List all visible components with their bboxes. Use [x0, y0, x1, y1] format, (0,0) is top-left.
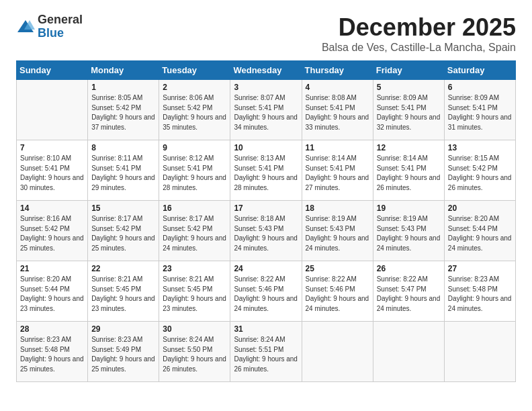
calendar-cell: 9Sunrise: 8:12 AM Sunset: 5:41 PM Daylig… [159, 140, 230, 201]
day-number: 25 [306, 264, 369, 273]
header-row: SundayMondayTuesdayWednesdayThursdayFrid… [17, 61, 516, 80]
calendar-cell: 20Sunrise: 8:20 AM Sunset: 5:44 PM Dayli… [444, 201, 515, 261]
header-day-monday: Monday [88, 61, 159, 80]
cell-info: Sunrise: 8:20 AM Sunset: 5:44 PM Dayligh… [448, 214, 512, 253]
cell-info: Sunrise: 8:08 AM Sunset: 5:41 PM Dayligh… [306, 93, 369, 132]
calendar-table: SundayMondayTuesdayWednesdayThursdayFrid… [16, 60, 516, 382]
calendar-cell: 26Sunrise: 8:22 AM Sunset: 5:47 PM Dayli… [373, 261, 444, 322]
cell-info: Sunrise: 8:13 AM Sunset: 5:41 PM Dayligh… [234, 154, 298, 193]
cell-info: Sunrise: 8:20 AM Sunset: 5:44 PM Dayligh… [20, 275, 84, 314]
cell-info: Sunrise: 8:07 AM Sunset: 5:41 PM Dayligh… [234, 93, 298, 132]
header-day-friday: Friday [373, 61, 444, 80]
cell-info: Sunrise: 8:21 AM Sunset: 5:45 PM Dayligh… [163, 275, 226, 314]
day-number: 31 [234, 324, 298, 334]
calendar-cell [444, 322, 515, 382]
calendar-body: 1Sunrise: 8:05 AM Sunset: 5:42 PM Daylig… [17, 80, 516, 382]
calendar-cell: 24Sunrise: 8:22 AM Sunset: 5:46 PM Dayli… [230, 261, 302, 322]
calendar-cell: 12Sunrise: 8:14 AM Sunset: 5:41 PM Dayli… [373, 140, 444, 201]
calendar-cell: 6Sunrise: 8:09 AM Sunset: 5:41 PM Daylig… [444, 80, 515, 140]
day-number: 22 [91, 264, 155, 273]
calendar-cell: 18Sunrise: 8:19 AM Sunset: 5:43 PM Dayli… [302, 201, 373, 261]
day-number: 19 [377, 203, 441, 213]
cell-info: Sunrise: 8:18 AM Sunset: 5:43 PM Dayligh… [234, 214, 298, 253]
cell-info: Sunrise: 8:09 AM Sunset: 5:41 PM Dayligh… [448, 93, 512, 132]
calendar-cell: 30Sunrise: 8:24 AM Sunset: 5:50 PM Dayli… [159, 322, 230, 382]
logo-icon [16, 17, 35, 36]
calendar-cell: 21Sunrise: 8:20 AM Sunset: 5:44 PM Dayli… [17, 261, 88, 322]
calendar-cell: 5Sunrise: 8:09 AM Sunset: 5:41 PM Daylig… [373, 80, 444, 140]
day-number: 17 [234, 203, 298, 213]
calendar-cell: 25Sunrise: 8:22 AM Sunset: 5:46 PM Dayli… [302, 261, 373, 322]
day-number: 16 [163, 203, 226, 213]
month-title: December 2025 [322, 13, 516, 42]
cell-info: Sunrise: 8:23 AM Sunset: 5:48 PM Dayligh… [448, 275, 512, 314]
day-number: 24 [234, 264, 298, 273]
cell-info: Sunrise: 8:05 AM Sunset: 5:42 PM Dayligh… [91, 93, 155, 132]
calendar-cell: 7Sunrise: 8:10 AM Sunset: 5:41 PM Daylig… [17, 140, 88, 201]
week-row: 1Sunrise: 8:05 AM Sunset: 5:42 PM Daylig… [17, 80, 516, 140]
cell-info: Sunrise: 8:16 AM Sunset: 5:42 PM Dayligh… [20, 214, 84, 253]
day-number: 2 [163, 83, 226, 92]
calendar-cell: 1Sunrise: 8:05 AM Sunset: 5:42 PM Daylig… [88, 80, 159, 140]
calendar-cell: 19Sunrise: 8:19 AM Sunset: 5:43 PM Dayli… [373, 201, 444, 261]
calendar-cell: 10Sunrise: 8:13 AM Sunset: 5:41 PM Dayli… [230, 140, 302, 201]
cell-info: Sunrise: 8:15 AM Sunset: 5:42 PM Dayligh… [448, 154, 512, 193]
day-number: 6 [448, 83, 512, 92]
cell-info: Sunrise: 8:19 AM Sunset: 5:43 PM Dayligh… [377, 214, 441, 253]
day-number: 5 [377, 83, 441, 92]
header-day-wednesday: Wednesday [230, 61, 302, 80]
header-day-thursday: Thursday [302, 61, 373, 80]
cell-info: Sunrise: 8:09 AM Sunset: 5:41 PM Dayligh… [377, 93, 441, 132]
day-number: 12 [377, 143, 441, 152]
header: General Blue December 2025 Balsa de Ves,… [16, 13, 516, 54]
day-number: 30 [163, 324, 226, 334]
day-number: 15 [91, 203, 155, 213]
cell-info: Sunrise: 8:14 AM Sunset: 5:41 PM Dayligh… [306, 154, 369, 193]
day-number: 11 [306, 143, 369, 152]
cell-info: Sunrise: 8:10 AM Sunset: 5:41 PM Dayligh… [20, 154, 84, 193]
day-number: 8 [91, 143, 155, 152]
header-day-saturday: Saturday [444, 61, 515, 80]
cell-info: Sunrise: 8:21 AM Sunset: 5:45 PM Dayligh… [91, 275, 155, 314]
cell-info: Sunrise: 8:11 AM Sunset: 5:41 PM Dayligh… [91, 154, 155, 193]
day-number: 20 [448, 203, 512, 213]
day-number: 4 [306, 83, 369, 92]
calendar-cell [373, 322, 444, 382]
title-area: December 2025 Balsa de Ves, Castille-La … [322, 13, 516, 54]
logo-text: General Blue [38, 13, 83, 40]
cell-info: Sunrise: 8:17 AM Sunset: 5:42 PM Dayligh… [91, 214, 155, 253]
calendar-header: SundayMondayTuesdayWednesdayThursdayFrid… [17, 61, 516, 80]
day-number: 13 [448, 143, 512, 152]
week-row: 21Sunrise: 8:20 AM Sunset: 5:44 PM Dayli… [17, 261, 516, 322]
header-day-tuesday: Tuesday [159, 61, 230, 80]
day-number: 1 [91, 83, 155, 92]
day-number: 27 [448, 264, 512, 273]
calendar-cell: 11Sunrise: 8:14 AM Sunset: 5:41 PM Dayli… [302, 140, 373, 201]
day-number: 21 [20, 264, 84, 273]
cell-info: Sunrise: 8:23 AM Sunset: 5:49 PM Dayligh… [91, 335, 155, 374]
header-day-sunday: Sunday [17, 61, 88, 80]
calendar-cell: 27Sunrise: 8:23 AM Sunset: 5:48 PM Dayli… [444, 261, 515, 322]
cell-info: Sunrise: 8:12 AM Sunset: 5:41 PM Dayligh… [163, 154, 226, 193]
week-row: 28Sunrise: 8:23 AM Sunset: 5:48 PM Dayli… [17, 322, 516, 382]
day-number: 14 [20, 203, 84, 213]
location: Balsa de Ves, Castille-La Mancha, Spain [322, 42, 516, 54]
logo: General Blue [16, 13, 83, 40]
day-number: 29 [91, 324, 155, 334]
calendar-cell: 16Sunrise: 8:17 AM Sunset: 5:42 PM Dayli… [159, 201, 230, 261]
calendar-cell: 31Sunrise: 8:24 AM Sunset: 5:51 PM Dayli… [230, 322, 302, 382]
week-row: 14Sunrise: 8:16 AM Sunset: 5:42 PM Dayli… [17, 201, 516, 261]
calendar-cell: 29Sunrise: 8:23 AM Sunset: 5:49 PM Dayli… [88, 322, 159, 382]
logo-general: General [38, 13, 83, 26]
cell-info: Sunrise: 8:22 AM Sunset: 5:46 PM Dayligh… [234, 275, 298, 314]
calendar-cell: 2Sunrise: 8:06 AM Sunset: 5:42 PM Daylig… [159, 80, 230, 140]
logo-blue: Blue [38, 26, 64, 40]
cell-info: Sunrise: 8:23 AM Sunset: 5:48 PM Dayligh… [20, 335, 84, 374]
day-number: 9 [163, 143, 226, 152]
day-number: 7 [20, 143, 84, 152]
day-number: 26 [377, 264, 441, 273]
cell-info: Sunrise: 8:24 AM Sunset: 5:51 PM Dayligh… [234, 335, 298, 374]
day-number: 28 [20, 324, 84, 334]
day-number: 18 [306, 203, 369, 213]
calendar-cell: 28Sunrise: 8:23 AM Sunset: 5:48 PM Dayli… [17, 322, 88, 382]
